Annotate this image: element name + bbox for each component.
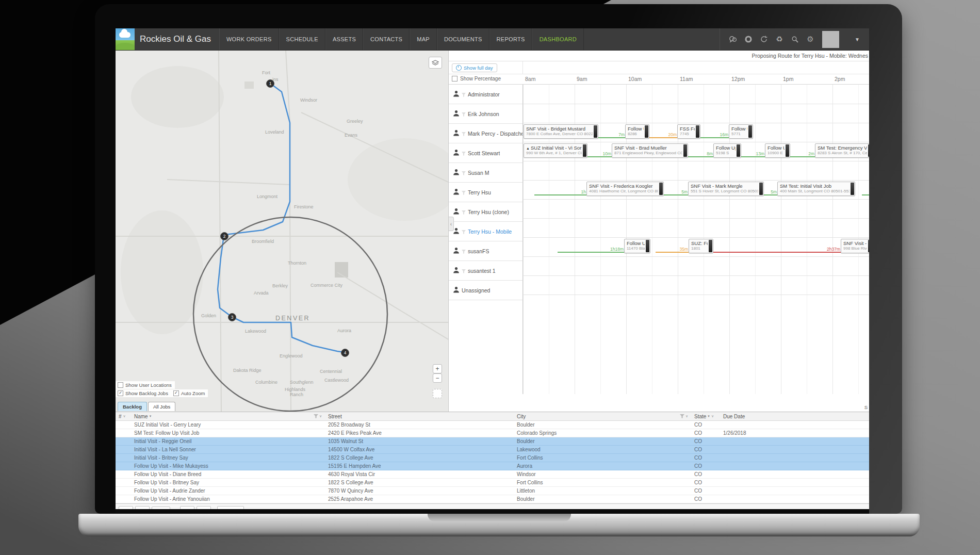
tab-backlog[interactable]: Backlog — [118, 402, 147, 411]
job-bar-end-handle[interactable] — [851, 183, 854, 195]
filter-funnel-icon[interactable] — [462, 227, 466, 236]
job-bar[interactable]: SNF Visit - Brad Mueller871 Englewood Pk… — [612, 143, 688, 158]
filter-funnel-icon[interactable]: ∨ — [314, 414, 325, 418]
nav-item-documents[interactable]: DOCUMENTS — [437, 28, 489, 50]
resource-row-susan-m[interactable]: Susan M — [449, 163, 522, 183]
recycle-icon[interactable]: ♻ — [772, 28, 787, 50]
job-bar[interactable]: Follow Up.10900 E — [765, 143, 790, 158]
resource-row-terry-hsu-clone-[interactable]: Terry Hsu (clone) — [449, 202, 522, 222]
nav-item-contacts[interactable]: CONTACTS — [363, 28, 410, 50]
job-bar-end-handle[interactable] — [786, 144, 789, 157]
table-row[interactable]: Initial Visit - La Nell Sonner14500 W Co… — [116, 446, 869, 454]
refresh-icon[interactable] — [756, 28, 772, 50]
filter-funnel-icon[interactable] — [462, 266, 466, 275]
job-bar[interactable]: Follow U...5771 — [729, 124, 753, 139]
help-ring-icon[interactable] — [741, 28, 756, 50]
filter-funnel-icon[interactable] — [462, 188, 466, 197]
resource-row-terry-hsu-mobile[interactable]: Terry Hsu - Mobile — [449, 222, 522, 241]
show-user-locations-checkbox[interactable] — [118, 382, 123, 388]
search-icon[interactable] — [787, 28, 803, 50]
chat-icon[interactable] — [725, 28, 741, 50]
resource-row-susantest-1[interactable]: susantest 1 — [449, 261, 522, 281]
job-bar-end-handle[interactable] — [709, 240, 712, 252]
table-row[interactable]: Follow Up Visit - Britney Say1822 S Coll… — [116, 479, 869, 487]
column-header-state[interactable]: State▾∨ — [691, 412, 720, 420]
panel-collapse-handle[interactable]: ‹ — [449, 217, 454, 231]
table-row[interactable]: Initial Visit - Britney Say1822 S Colleg… — [116, 454, 869, 462]
map-marker-2[interactable]: 2 — [220, 232, 228, 240]
nav-item-dashboard[interactable]: DASHBOARD — [532, 28, 584, 50]
auto-zoom-checkbox[interactable]: ✓ — [173, 390, 179, 396]
job-bar[interactable]: SNF Visit - Eri998 Blue River — [841, 239, 869, 253]
filter-funnel-icon[interactable] — [462, 247, 466, 256]
map-panel[interactable]: FortinsWindsorGreeleyLovelandEvansLongmo… — [116, 51, 449, 412]
table-row[interactable]: SM Test: Follow Up Visit Job2420 E Pikes… — [116, 429, 869, 437]
gear-icon[interactable]: ⚙ — [803, 28, 818, 50]
show-backlog-jobs-checkbox[interactable]: ✓ — [118, 390, 123, 396]
resource-row-mark-percy-dispatcher[interactable]: Mark Percy - Dispatcher — [449, 124, 522, 143]
resource-row-terry-hsu[interactable]: Terry Hsu — [449, 183, 522, 202]
table-row[interactable]: Initial Visit - Reggie Oneil1035 Walnut … — [116, 437, 869, 446]
map-zoom-out-button[interactable]: − — [433, 373, 442, 383]
map-zoom-in-button[interactable]: + — [433, 364, 442, 373]
resource-row-administrator[interactable]: Administrator — [449, 85, 522, 104]
job-bar-end-handle[interactable] — [683, 144, 687, 157]
map-expand-button[interactable] — [433, 389, 442, 398]
job-bar[interactable]: SUZ: Follo.1801 — [689, 239, 713, 253]
avatar[interactable] — [822, 31, 839, 48]
nav-item-map[interactable]: MAP — [410, 28, 437, 50]
table-row[interactable]: SUZ Initial Visit - Gerry Leary2052 Broa… — [116, 421, 869, 429]
show-full-day-button[interactable]: Show full day — [452, 63, 497, 72]
job-bar[interactable]: Follow Up.5198 S — [713, 143, 741, 158]
job-bar-end-handle[interactable] — [646, 240, 649, 252]
job-bar[interactable]: SNF Visit - Mark Mergle551 S Hover St, L… — [688, 182, 764, 196]
job-bar[interactable]: SNF Visit - Bridget Mustard7800 E Colfax… — [524, 124, 598, 139]
job-bar-end-handle[interactable] — [696, 125, 699, 138]
filter-funnel-icon[interactable] — [462, 109, 466, 119]
map-marker-1[interactable]: 1 — [266, 79, 274, 88]
column-header-name[interactable]: Name▾ ∨ — [131, 412, 325, 420]
table-row[interactable]: Follow Up Visit - Artine Yanouiian2525 A… — [116, 495, 869, 503]
nav-item-assets[interactable]: ASSETS — [325, 28, 363, 50]
job-bar[interactable]: Follow U...8286 — [625, 124, 649, 139]
filter-funnel-icon[interactable] — [462, 207, 466, 217]
resource-row-susanfs[interactable]: susanFS — [449, 241, 522, 261]
schedule-grid[interactable]: 7m20m16mSNF Visit - Bridget Mustard7800 … — [523, 85, 869, 394]
resource-row-unassigned[interactable]: Unassigned — [449, 281, 522, 300]
job-bar-end-handle[interactable] — [868, 144, 869, 157]
filter-funnel-icon[interactable]: ∨ — [680, 414, 691, 418]
nav-item-reports[interactable]: REPORTS — [489, 28, 532, 50]
job-bar[interactable]: ▲SUZ Initial Visit - Vi Sor990 W 6th Ave… — [524, 143, 587, 158]
filter-funnel-icon[interactable] — [462, 90, 466, 99]
filter-funnel-icon[interactable] — [462, 149, 466, 158]
nav-item-schedule[interactable]: SCHEDULE — [279, 28, 325, 50]
column-header-due-date[interactable]: Due Date — [720, 412, 792, 420]
resource-row-scott-stewart[interactable]: Scott Stewart — [449, 143, 522, 163]
map-marker-4[interactable]: 4 — [341, 349, 349, 357]
job-bar-end-handle[interactable] — [645, 125, 648, 138]
job-bar-end-handle[interactable] — [737, 144, 740, 157]
column-header-number[interactable]: #∨ — [116, 412, 131, 420]
job-bar[interactable]: SM Test: Emergency Visit Jo8283 S Akron … — [815, 143, 869, 158]
filter-funnel-icon[interactable] — [462, 129, 466, 138]
job-bar-end-handle[interactable] — [594, 125, 597, 138]
map-layers-button[interactable] — [429, 57, 442, 69]
nav-item-work-orders[interactable]: WORK ORDERS — [219, 28, 279, 50]
column-header-city[interactable]: City ∨ — [514, 412, 691, 420]
resource-row-erik-johnson[interactable]: Erik Johnson — [449, 104, 522, 124]
table-row[interactable]: Follow Up Visit - Diane Breed4630 Royal … — [116, 470, 869, 479]
chevron-down-icon[interactable]: ▼ — [843, 37, 869, 42]
job-bar[interactable]: SM Test: Initial Visit Job400 Main St, L… — [777, 182, 855, 196]
job-bar[interactable]: FSS Follo..7745 — [677, 124, 700, 139]
job-bar-end-handle[interactable] — [759, 183, 763, 195]
table-row[interactable]: Follow Up Visit - Mike Mukayess15195 E H… — [116, 462, 869, 470]
job-bar-end-handle[interactable] — [868, 240, 869, 252]
filter-funnel-icon[interactable] — [462, 168, 466, 177]
map-marker-3[interactable]: 3 — [228, 313, 236, 321]
table-row[interactable]: Follow Up Visit - Audrie Zander7870 W Qu… — [116, 487, 869, 495]
column-header-street[interactable]: Street — [325, 412, 514, 420]
job-bar-end-handle[interactable] — [748, 125, 752, 138]
job-bar-end-handle[interactable] — [583, 144, 586, 157]
job-bar-end-handle[interactable] — [659, 183, 663, 195]
job-bar[interactable]: Follow U...11470 Black — [624, 239, 650, 253]
